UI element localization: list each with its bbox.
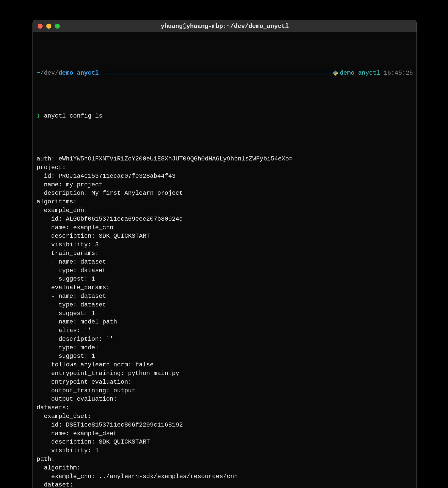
output-line: description: SDK_QUICKSTART	[37, 438, 413, 446]
output-line: example_cnn:	[37, 206, 413, 215]
output-line: type: model	[37, 344, 413, 352]
output-line: datasets:	[37, 403, 413, 412]
output-line: path:	[37, 455, 413, 464]
output-line: evaluate_params:	[37, 283, 413, 292]
path-dev: dev	[44, 69, 55, 77]
output-line: algorithms:	[37, 198, 413, 206]
path-dir: demo_anyctl	[58, 69, 99, 77]
output-line: suggest: 1	[37, 309, 413, 318]
traffic-lights	[38, 24, 60, 29]
path-sep: /	[55, 69, 58, 77]
output-line: id: DSET1ce8153711ec806f2299c1168192	[37, 421, 413, 429]
output-line: entrypoint_evaluation:	[37, 378, 413, 386]
output-line: - name: model_path	[37, 318, 413, 326]
rule-line	[104, 73, 331, 73]
output-line: output_training: output	[37, 386, 413, 395]
zoom-icon[interactable]	[55, 24, 60, 29]
output-line: name: example_cnn	[37, 223, 413, 232]
output-line: auth: eWh1YW5nOlFXNTViR1ZoY200eU1ESXhJUT…	[37, 155, 413, 163]
output-line: example_cnn: ../anylearn-sdk/examples/re…	[37, 472, 413, 481]
output-line: train_params:	[37, 249, 413, 258]
close-icon[interactable]	[38, 24, 43, 29]
output-line: id: ALGObf06153711eca69eee207b80924d	[37, 215, 413, 223]
python-icon	[333, 71, 338, 76]
output-line: project:	[37, 163, 413, 172]
command-text: anyctl config ls	[44, 112, 102, 119]
path-sep: /	[40, 69, 44, 77]
output-line: - name: dataset	[37, 258, 413, 266]
output-line: id: PROJ1a4e153711ecac07fe328ab44f43	[37, 172, 413, 181]
output-line: name: example_dset	[37, 429, 413, 438]
venv-name: demo_anyctl	[340, 69, 380, 77]
command-output: auth: eWh1YW5nOlFXNTViR1ZoY200eU1ESXhJUT…	[37, 155, 413, 488]
output-line: follows_anylearn_norm: false	[37, 361, 413, 369]
output-line: description: SDK_QUICKSTART	[37, 232, 413, 240]
prompt-line-1: ~/dev/demo_anyctl demo_anyctl 16:45:26	[37, 69, 413, 77]
terminal-window: yhuang@yhuang-mbp:~/dev/demo_anyctl ~/de…	[33, 20, 417, 488]
output-line: visibility: 1	[37, 446, 413, 455]
output-line: visibility: 3	[37, 240, 413, 249]
titlebar: yhuang@yhuang-mbp:~/dev/demo_anyctl	[33, 20, 417, 32]
output-line: suggest: 1	[37, 352, 413, 361]
output-line: entrypoint_training: python main.py	[37, 369, 413, 378]
window-title: yhuang@yhuang-mbp:~/dev/demo_anyctl	[33, 23, 417, 30]
output-line: name: my_project	[37, 181, 413, 189]
output-line: description: ''	[37, 335, 413, 344]
output-line: output_evaluation:	[37, 395, 413, 403]
output-line: description: My first Anylearn project	[37, 189, 413, 198]
output-line: type: dataset	[37, 301, 413, 309]
path-tilde: ~	[37, 69, 40, 77]
clock-time: 16:45:26	[384, 69, 413, 77]
output-line: suggest: 1	[37, 275, 413, 283]
output-line: type: dataset	[37, 266, 413, 275]
prompt-arrow: ❯	[37, 112, 40, 119]
minimize-icon[interactable]	[46, 24, 51, 29]
terminal-body[interactable]: ~/dev/demo_anyctl demo_anyctl 16:45:26 ❯…	[33, 32, 417, 488]
output-line: alias: ''	[37, 326, 413, 335]
output-line: - name: dataset	[37, 292, 413, 301]
command-line-1: ❯ anyctl config ls	[37, 112, 413, 120]
output-line: algorithm:	[37, 464, 413, 472]
output-line: dataset:	[37, 481, 413, 488]
output-line: example_dset:	[37, 412, 413, 421]
